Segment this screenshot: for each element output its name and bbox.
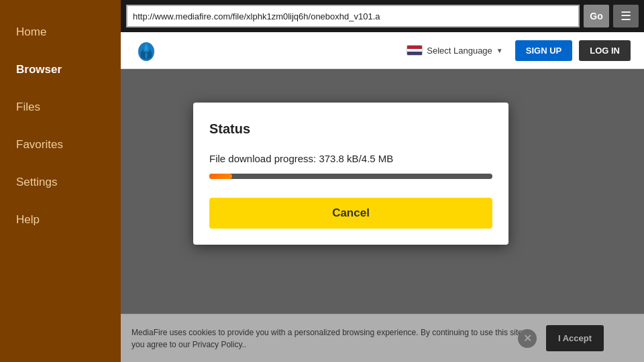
login-button[interactable]: LOG IN xyxy=(579,40,631,61)
language-label: Select Language xyxy=(427,46,492,56)
go-button[interactable]: Go xyxy=(584,5,609,27)
sidebar-item-favorites[interactable]: Favorites xyxy=(0,126,121,164)
browser-content: Select Language ▼ SIGN UP LOG IN Status … xyxy=(121,32,644,362)
mf-logo xyxy=(134,38,158,62)
progress-bar-fill xyxy=(209,174,232,179)
page-area: Status File download progress: 373.8 kB/… xyxy=(121,69,644,362)
chevron-down-icon: ▼ xyxy=(496,47,503,54)
progress-text: File download progress: 373.8 kB/4.5 MB xyxy=(209,153,492,164)
menu-button[interactable]: ☰ xyxy=(613,5,639,27)
sidebar-item-home[interactable]: Home xyxy=(0,13,121,51)
mf-header-right: Select Language ▼ SIGN UP LOG IN xyxy=(401,40,631,61)
address-bar: Go ☰ xyxy=(121,0,644,32)
language-selector[interactable]: Select Language ▼ xyxy=(401,42,508,58)
sidebar-item-browser[interactable]: Browser xyxy=(0,51,121,88)
mediafire-logo-icon xyxy=(134,38,158,62)
status-dialog: Status File download progress: 373.8 kB/… xyxy=(193,103,508,245)
signup-button[interactable]: SIGN UP xyxy=(515,40,572,61)
mf-header: Select Language ▼ SIGN UP LOG IN xyxy=(121,32,644,69)
sidebar-item-files[interactable]: Files xyxy=(0,88,121,126)
us-flag-icon xyxy=(407,45,423,56)
sidebar-item-settings[interactable]: Settings xyxy=(0,164,121,201)
sidebar: Home Browser Files Favorites Settings He… xyxy=(0,0,121,362)
status-title: Status xyxy=(209,121,492,137)
url-input[interactable] xyxy=(126,5,580,27)
cancel-button[interactable]: Cancel xyxy=(209,198,492,229)
hamburger-icon: ☰ xyxy=(621,9,631,23)
main-area: Go ☰ Select Language ▼ xyxy=(121,0,644,362)
sidebar-item-help[interactable]: Help xyxy=(0,201,121,239)
progress-bar xyxy=(209,174,492,179)
